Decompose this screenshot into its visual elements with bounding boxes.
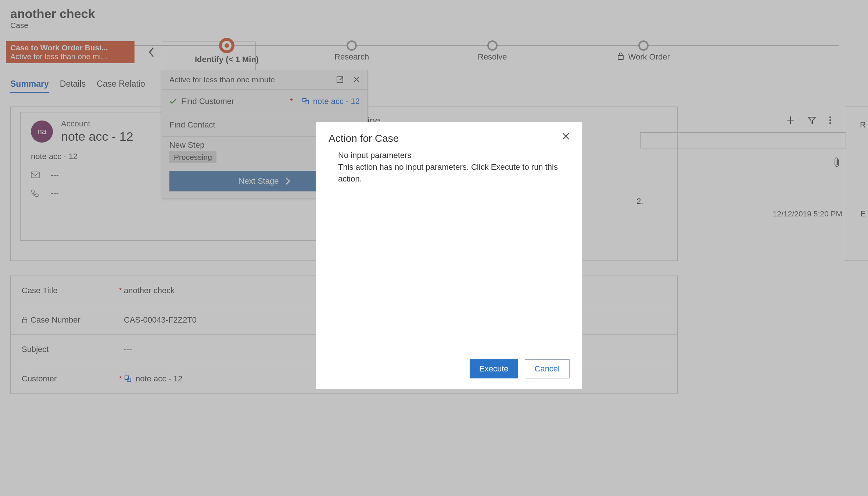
dialog-line1: No input parameters xyxy=(338,150,567,161)
dialog-line2: This action has no input parameters. Cli… xyxy=(338,161,567,185)
close-icon xyxy=(562,133,570,140)
execute-button[interactable]: Execute xyxy=(470,359,518,378)
dialog-close-button[interactable] xyxy=(562,133,570,140)
dialog-title: Action for Case xyxy=(329,133,399,144)
action-dialog: Action for Case No input parameters This… xyxy=(316,122,582,389)
cancel-button[interactable]: Cancel xyxy=(525,359,570,378)
